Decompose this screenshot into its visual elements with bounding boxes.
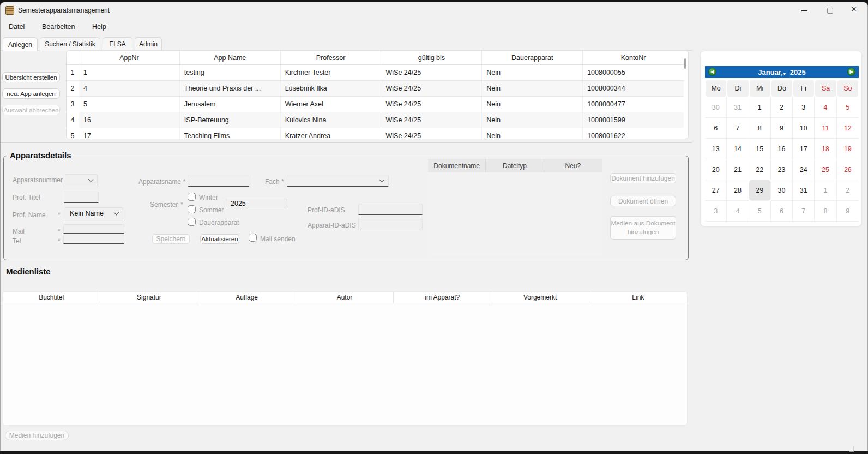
- calendar-date-cell[interactable]: 7: [727, 118, 749, 139]
- calendar-date-cell[interactable]: 26: [837, 159, 859, 180]
- medienliste-column-header[interactable]: Vorgemerkt: [491, 292, 589, 303]
- calendar-date-cell[interactable]: 5: [749, 201, 771, 222]
- calendar-date-cell[interactable]: 9: [771, 118, 793, 139]
- calendar-date-cell[interactable]: 4: [815, 97, 836, 118]
- year-field[interactable]: 2025: [226, 199, 287, 208]
- calendar-month[interactable]: Januar,: [758, 68, 783, 76]
- speichern-button[interactable]: Speichern: [152, 234, 190, 244]
- calendar-date-cell[interactable]: 2: [771, 97, 793, 118]
- neu-app-anlegen-button[interactable]: neu. App anlegen: [2, 88, 60, 99]
- calendar-date-cell[interactable]: 7: [793, 201, 815, 222]
- calendar-date-cell[interactable]: 23: [771, 159, 793, 180]
- apps-table-scrollbar[interactable]: [684, 58, 686, 69]
- dokument-hinzufuegen-button[interactable]: Dokument hinzufügen: [610, 173, 676, 183]
- winter-radio[interactable]: [188, 193, 196, 201]
- medien-hinzufuegen-button[interactable]: Medien hinzufügen: [5, 431, 69, 440]
- resize-grip[interactable]: [849, 446, 854, 452]
- dokument-oeffnen-button[interactable]: Dokument öffnen: [610, 196, 676, 206]
- calendar-date-cell[interactable]: 30: [705, 97, 727, 118]
- medienliste-column-header[interactable]: Autor: [296, 292, 394, 303]
- calendar-date-cell[interactable]: 14: [727, 139, 749, 159]
- calendar-date-cell[interactable]: 12: [837, 118, 859, 139]
- close-button[interactable]: [842, 2, 867, 19]
- apps-table-row[interactable]: 11testingKirchner TesterWiSe 24/25Nein10…: [67, 65, 684, 81]
- calendar-date-cell[interactable]: 6: [705, 118, 727, 139]
- apps-column-header[interactable]: Professor: [281, 51, 382, 65]
- medien-aus-dokument-button[interactable]: Medien aus Dokument hinzufügen: [610, 216, 676, 240]
- document-column-header[interactable]: Neu?: [544, 159, 602, 172]
- calendar-next-icon[interactable]: ▶: [847, 68, 855, 76]
- medienliste-column-header[interactable]: Auflage: [198, 292, 296, 303]
- calendar-date-cell[interactable]: 18: [815, 139, 836, 159]
- calendar-date-cell[interactable]: 9: [837, 201, 859, 222]
- apps-column-header[interactable]: App Name: [180, 51, 281, 65]
- apparat-id-adis-field[interactable]: [358, 219, 423, 230]
- calendar-date-cell[interactable]: 8: [815, 201, 836, 222]
- auswahl-abbrechen-button[interactable]: Auswahl abbrechen: [2, 105, 60, 115]
- mail-senden-checkbox[interactable]: [249, 234, 257, 242]
- calendar-date-cell[interactable]: 20: [705, 159, 727, 180]
- maximize-button[interactable]: [817, 2, 842, 19]
- calendar-date-cell[interactable]: 8: [749, 118, 771, 139]
- uebersicht-erstellen-button[interactable]: Übersicht erstellen: [2, 72, 60, 82]
- calendar-date-cell[interactable]: 28: [727, 180, 749, 201]
- apps-table-row[interactable]: 35JerusalemWiemer AxelWiSe 24/25Nein1008…: [67, 97, 684, 112]
- medienliste-column-header[interactable]: im Apparat?: [394, 292, 491, 303]
- calendar-date-cell[interactable]: 13: [705, 139, 727, 159]
- apparatsname-field[interactable]: [188, 175, 249, 187]
- prof-id-adis-field[interactable]: [358, 204, 423, 215]
- mail-field[interactable]: [63, 224, 124, 234]
- menu-datei[interactable]: Datei: [9, 23, 25, 34]
- sommer-radio[interactable]: [188, 205, 196, 213]
- apps-column-header[interactable]: AppNr: [79, 51, 180, 65]
- tab-admin[interactable]: Admin: [135, 37, 162, 51]
- calendar-date-cell[interactable]: 17: [793, 139, 815, 159]
- calendar-date-cell[interactable]: 19: [837, 139, 859, 159]
- medienliste-column-header[interactable]: Link: [589, 292, 687, 303]
- tab-anlegen[interactable]: Anlegen: [3, 37, 38, 51]
- medienliste-column-header[interactable]: Buchtitel: [3, 292, 100, 303]
- calendar-date-cell[interactable]: 1: [815, 180, 836, 201]
- calendar-date-cell[interactable]: 31: [793, 180, 815, 201]
- fach-select[interactable]: [287, 175, 389, 187]
- tel-field[interactable]: [63, 235, 124, 244]
- calendar-date-cell[interactable]: 16: [771, 139, 793, 159]
- calendar-date-cell[interactable]: 10: [793, 118, 815, 139]
- apps-table-row[interactable]: 416ISP-BetreuungKulovics NinaWiSe 24/25N…: [67, 112, 684, 128]
- calendar-date-cell[interactable]: 24: [793, 159, 815, 180]
- minimize-button[interactable]: [792, 2, 817, 19]
- dauerapparat-radio[interactable]: [188, 218, 196, 226]
- calendar-date-cell[interactable]: 22: [749, 159, 771, 180]
- calendar-date-cell[interactable]: 15: [749, 139, 771, 159]
- apps-table-row[interactable]: 24Theorie und Praxis der ...Lüsebrink Il…: [67, 81, 684, 97]
- calendar-date-cell[interactable]: 5: [837, 97, 859, 118]
- calendar-date-cell[interactable]: 25: [815, 159, 836, 180]
- calendar-date-cell[interactable]: 29: [749, 180, 771, 201]
- calendar-date-cell[interactable]: 11: [815, 118, 836, 139]
- calendar-date-cell[interactable]: 1: [749, 97, 771, 118]
- apps-column-header[interactable]: gültig bis: [381, 51, 482, 65]
- apps-table-row[interactable]: 517Teaching FilmsKratzer AndreaWiSe 24/2…: [67, 128, 684, 139]
- calendar-date-cell[interactable]: 6: [771, 201, 793, 222]
- apps-column-header[interactable]: Dauerapparat: [482, 51, 583, 65]
- calendar-date-cell[interactable]: 3: [705, 201, 727, 222]
- medienliste-column-header[interactable]: Signatur: [100, 292, 198, 303]
- menu-help[interactable]: Help: [92, 23, 106, 34]
- calendar-prev-icon[interactable]: ◀: [708, 68, 716, 76]
- aktualisieren-button[interactable]: Aktualisieren: [200, 234, 239, 244]
- calendar-date-cell[interactable]: 30: [771, 180, 793, 201]
- prof-titel-field[interactable]: [64, 192, 99, 203]
- calendar-date-cell[interactable]: 31: [727, 97, 749, 118]
- menu-bearbeiten[interactable]: Bearbeiten: [42, 23, 75, 34]
- document-column-header[interactable]: Dokumentname: [428, 159, 486, 172]
- calendar-date-cell[interactable]: 3: [793, 97, 815, 118]
- calendar-date-cell[interactable]: 27: [705, 180, 727, 201]
- tab-elsa[interactable]: ELSA: [103, 37, 132, 51]
- tab-suchen-statistik[interactable]: Suchen / Statistik: [40, 37, 100, 51]
- calendar-date-cell[interactable]: 21: [727, 159, 749, 180]
- calendar-date-cell[interactable]: 2: [837, 180, 859, 201]
- apps-column-header[interactable]: KontoNr: [583, 51, 684, 65]
- apparatsnummer-select[interactable]: [65, 174, 98, 186]
- calendar-date-cell[interactable]: 4: [727, 201, 749, 222]
- prof-name-select[interactable]: Kein Name: [65, 207, 123, 219]
